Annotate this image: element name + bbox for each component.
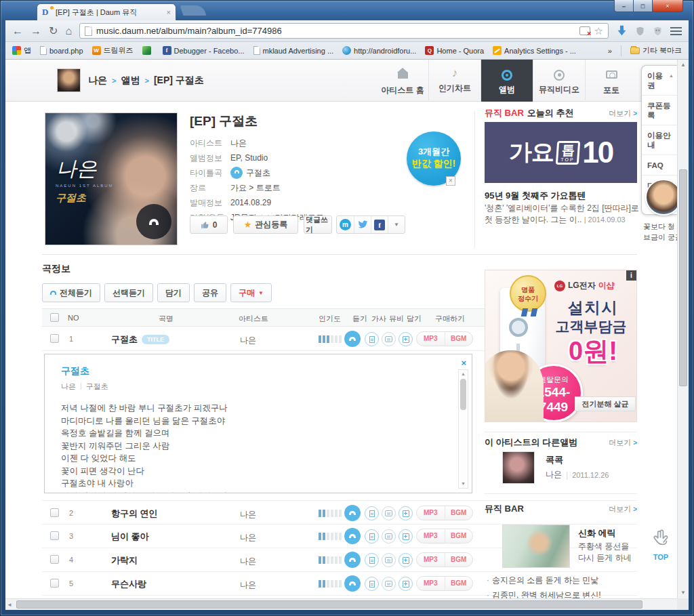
quickmenu-coupon[interactable]: 쿠폰등록 [642,96,677,125]
scroll-up-icon[interactable]: ▲ [678,60,689,70]
tab-music-video[interactable]: 뮤직비디오 [533,60,585,102]
bgm-button[interactable]: BGM [445,506,473,520]
play-button[interactable] [344,528,361,544]
breadcrumb-artist[interactable]: 나은 [88,75,107,87]
bookmark-analytics[interactable]: Analytics Settings - ... [493,46,576,55]
share-more-button[interactable]: ▼ [388,216,405,233]
favorite-button[interactable]: ★ 관심등록 [233,215,298,234]
select-all-checkbox[interactable] [50,313,59,322]
bookmark-quora[interactable]: QHome - Quora [425,46,484,55]
ad-info-icon[interactable]: i [626,270,636,281]
promo-headline[interactable]: 95년 9월 첫째주 가요톱텐 [485,190,586,202]
scroll-down-icon[interactable]: ▼ [459,480,468,488]
share-facebook-button[interactable]: f [371,216,388,233]
add-to-list-button[interactable]: + [399,529,413,543]
new-tab-button[interactable] [180,5,207,16]
scrollbar-thumb[interactable] [460,379,466,410]
bookmark-dreamwiz[interactable]: W드림위즈 [92,45,134,56]
tab-popular-chart[interactable]: ♪인기차트 [428,60,481,102]
download-icon[interactable] [616,25,628,37]
track-title-link[interactable]: 항구의 연인 [111,508,158,520]
back-icon[interactable]: ← [12,26,23,37]
badge-close-button[interactable]: × [446,176,455,186]
album-artist-link[interactable]: 나은 [230,138,247,149]
bgm-button[interactable]: BGM [445,332,473,346]
music-video-button[interactable] [382,529,396,543]
forward-icon[interactable]: → [30,26,41,37]
scroll-to-top-button[interactable]: TOP [647,529,674,561]
promo-more-link[interactable]: 더보기> [609,108,637,119]
track-checkbox[interactable] [50,508,59,517]
horizontal-scrollbar[interactable]: ◄ [5,598,677,610]
quickmenu-faq[interactable]: FAQ [642,155,677,176]
minimize-button[interactable]: – [614,0,634,12]
lyrics-button[interactable] [365,577,379,591]
promo-face-photo[interactable] [645,179,677,215]
tab-artist-home[interactable]: 아티스트 홈 [377,60,428,102]
music-bar-photo[interactable] [502,525,570,568]
music-bar-feature-title[interactable]: 신화 에릭 [578,527,616,539]
bgm-button[interactable]: BGM [445,529,473,543]
add-to-list-button[interactable]: + [399,332,413,346]
lyrics-button[interactable] [365,332,379,346]
gayo-top10-banner[interactable]: 가요 톱TOP 10 [485,122,637,183]
maximize-button[interactable]: □ [634,0,653,12]
play-button[interactable] [344,331,361,347]
url-input[interactable]: music.daum.net/album/main?album_id=77498… [96,26,575,36]
track-artist-link[interactable]: 나은 [240,532,256,543]
add-to-list-button[interactable]: + [399,577,413,591]
bookmark-facebook-debugger[interactable]: fDebugger - Facebo... [163,46,245,55]
like-button[interactable]: 0 [190,215,228,234]
listen-all-button[interactable]: 전체듣기 [42,283,100,302]
bgm-button[interactable]: BGM [445,577,473,590]
share-button[interactable]: 공유 [194,283,226,302]
quickmenu-pass[interactable]: ▲이용권 [642,66,677,96]
lyrics-button[interactable] [365,529,379,543]
lyrics-scrollbar[interactable]: ▲ ▼ [458,369,468,489]
track-artist-link[interactable]: 나은 [240,579,256,591]
bookmark-mklaud[interactable]: mklaud Advertising ... [253,46,334,55]
scroll-down-icon[interactable]: ▼ [678,588,689,598]
mp3-button[interactable]: MP3 [417,529,445,543]
play-button[interactable] [344,505,361,521]
mp3-button[interactable]: MP3 [417,506,445,520]
share-twitter-button[interactable] [354,216,371,233]
track-checkbox[interactable] [50,334,59,343]
reload-icon[interactable]: ↻ [49,26,58,37]
bookmark-androidforum[interactable]: http://androidforu... [342,46,416,55]
add-button[interactable]: 담기 [157,283,190,302]
music-bar-item[interactable]: ·김종민, 완벽 허세남으로 변신! [487,590,637,598]
quickmenu-guide[interactable]: 이용안내 [642,125,677,155]
other-bookmarks-folder[interactable]: 기타 북마크 [630,45,682,56]
track-title-link[interactable]: 가락지 [111,554,138,567]
scrollbar-thumb[interactable] [679,169,687,386]
play-title-song-icon[interactable] [230,167,243,179]
browser-tab[interactable]: D [EP] 구절초 | Daum 뮤직 × [37,3,176,20]
track-artist-link[interactable]: 나은 [240,509,256,520]
bookmark-apps[interactable]: 앱 [12,45,31,56]
play-button[interactable] [344,552,361,568]
share-daum-button[interactable]: m [337,216,354,233]
music-bar-item[interactable]: ·송지은의 소름 돋게 하는 민낯 [487,575,637,586]
play-button[interactable] [344,575,361,592]
bgm-button[interactable]: BGM [445,553,473,567]
add-to-list-button[interactable]: + [399,553,413,567]
tab-photo[interactable]: 포토 [585,60,637,102]
track-artist-link[interactable]: 나은 [240,556,256,567]
music-video-button[interactable] [382,577,396,591]
shield-icon[interactable] [635,26,645,37]
bookmark-icon-only[interactable] [142,46,154,55]
other-album-thumbnail[interactable] [502,451,535,484]
lyrics-button[interactable] [365,506,379,520]
title-song-link[interactable]: 구절초 [246,167,270,179]
close-button[interactable]: × [653,0,683,12]
music-video-button[interactable] [382,332,396,346]
url-bar[interactable]: music.daum.net/album/main?album_id=77498… [79,23,609,39]
scroll-left-icon[interactable]: ◄ [7,602,12,608]
bookmark-star-icon[interactable]: ☆ [594,25,603,37]
menu-icon[interactable] [670,27,682,28]
tab-album[interactable]: 앨범 [481,60,533,102]
popup-blocked-icon[interactable]: × [579,26,590,35]
track-title-link[interactable]: 구절초 [111,333,138,346]
add-to-list-button[interactable]: + [399,506,413,520]
